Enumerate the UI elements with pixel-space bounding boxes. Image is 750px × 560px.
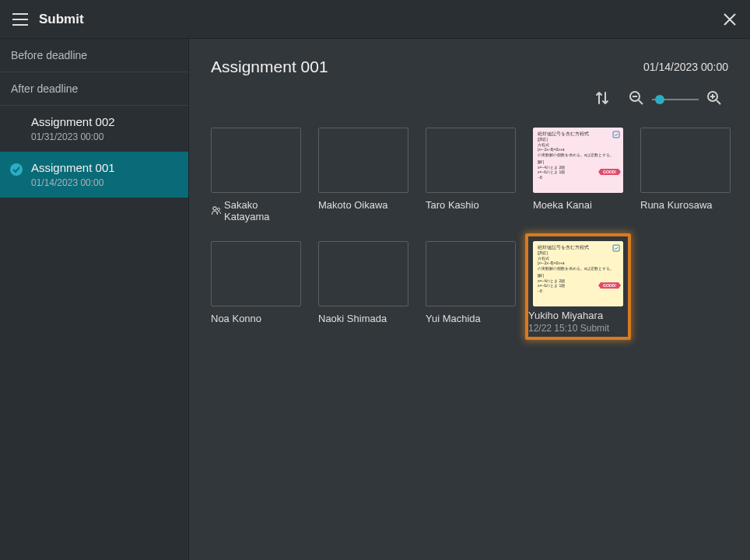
zoom-out-icon[interactable] — [629, 90, 644, 109]
header: Submit — [0, 0, 750, 39]
student-name: Sakako Katayama — [211, 199, 301, 222]
sidebar-item-assignment[interactable]: Assignment 00201/31/2023 00:00 — [0, 106, 188, 152]
svg-point-4 — [217, 208, 219, 210]
student-name: Runa Kurosawa — [640, 199, 731, 211]
zoom-slider[interactable] — [652, 99, 699, 100]
sidebar: Before deadline After deadline Assignmen… — [0, 39, 189, 560]
student-name: Moeka Kanai — [533, 199, 623, 211]
empty-thumbnail — [318, 241, 408, 306]
empty-thumbnail — [211, 128, 301, 193]
student-name: Yui Machida — [426, 313, 516, 324]
student-name: Makoto Oikawa — [318, 199, 408, 211]
slider-thumb[interactable] — [655, 95, 664, 104]
sidebar-item-assignment[interactable]: Assignment 00101/14/2023 00:00 — [0, 152, 188, 198]
empty-thumbnail — [640, 128, 731, 193]
student-card[interactable]: Makoto Oikawa — [318, 128, 408, 222]
svg-rect-5 — [613, 131, 619, 138]
empty-thumbnail — [318, 128, 408, 193]
sidebar-item-title: Assignment 001 — [31, 161, 177, 174]
page-title: Submit — [39, 12, 84, 27]
close-icon[interactable] — [722, 12, 738, 27]
student-card[interactable]: Naoki Shimada — [318, 241, 408, 332]
sidebar-item-date: 01/14/2023 00:00 — [31, 177, 177, 188]
student-name: Taro Kashio — [426, 199, 516, 211]
sort-icon[interactable] — [594, 90, 610, 109]
clipboard-icon — [612, 131, 620, 138]
empty-thumbnail — [426, 241, 516, 306]
sidebar-section-after[interactable]: After deadline — [0, 72, 188, 106]
student-card[interactable]: 絶対値記号を含む方程式[課題]方程式|x²−2x−8|=2x+aの実数解の個数を… — [533, 128, 623, 222]
svg-point-0 — [10, 163, 23, 176]
student-name: Noa Konno — [211, 313, 301, 324]
sidebar-item-date: 01/31/2023 00:00 — [31, 131, 177, 142]
svg-rect-6 — [613, 245, 619, 251]
empty-thumbnail — [211, 241, 301, 306]
sidebar-section-before[interactable]: Before deadline — [0, 39, 188, 72]
student-card[interactable]: Taro Kashio — [426, 128, 516, 222]
check-circle-icon — [9, 163, 23, 180]
student-card[interactable]: Noa Konno — [211, 241, 301, 332]
student-card[interactable]: Runa Kurosawa — [640, 128, 731, 222]
student-name: Naoki Shimada — [318, 313, 408, 324]
assignment-due-date: 01/14/2023 00:00 — [643, 58, 728, 73]
content-area: Assignment 001 01/14/2023 00:00 Sakako K… — [189, 39, 750, 560]
zoom-in-icon[interactable] — [706, 90, 722, 109]
student-grid: Sakako KatayamaMakoto OikawaTaro Kashio絶… — [211, 128, 728, 332]
submit-timestamp: 12/22 15:10 Submit — [528, 323, 628, 334]
student-card[interactable]: Yui Machida — [426, 241, 516, 332]
student-card[interactable]: Sakako Katayama — [211, 128, 301, 222]
student-name: Yukiho Miyahara — [528, 310, 628, 321]
sidebar-item-title: Assignment 002 — [31, 115, 177, 128]
person-icon — [211, 205, 222, 216]
clipboard-icon — [612, 244, 620, 252]
toolbar — [211, 90, 728, 109]
hamburger-menu-icon[interactable] — [12, 13, 28, 26]
svg-point-3 — [213, 207, 216, 210]
empty-thumbnail — [426, 128, 516, 193]
assignment-title: Assignment 001 — [211, 58, 328, 76]
student-card[interactable]: 絶対値記号を含む方程式[課題]方程式|x²−2x−8|=2x+aの実数解の個数を… — [533, 241, 623, 332]
